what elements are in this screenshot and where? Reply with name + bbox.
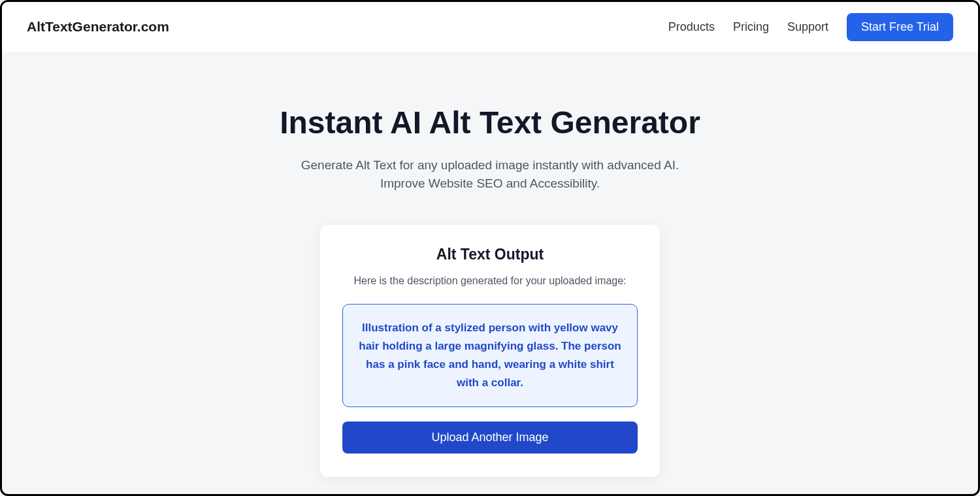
start-free-trial-button[interactable]: Start Free Trial — [847, 13, 953, 41]
header: AltTextGenerator.com Products Pricing Su… — [2, 2, 978, 52]
alt-text-output-box: Illustration of a stylized person with y… — [342, 304, 638, 407]
card-title: Alt Text Output — [342, 246, 638, 263]
nav-products[interactable]: Products — [668, 20, 715, 34]
nav-support[interactable]: Support — [787, 20, 828, 34]
card-subtitle: Here is the description generated for yo… — [342, 275, 638, 287]
nav-pricing[interactable]: Pricing — [733, 20, 769, 34]
upload-another-image-button[interactable]: Upload Another Image — [342, 422, 638, 454]
output-card: Alt Text Output Here is the description … — [320, 225, 660, 477]
hero-subtitle: Generate Alt Text for any uploaded image… — [287, 156, 693, 193]
hero-title: Instant AI Alt Text Generator — [280, 104, 700, 142]
alt-text-output: Illustration of a stylized person with y… — [359, 319, 621, 392]
logo[interactable]: AltTextGenerator.com — [27, 19, 169, 35]
main: Instant AI Alt Text Generator Generate A… — [2, 52, 978, 477]
nav: Products Pricing Support Start Free Tria… — [668, 13, 953, 41]
